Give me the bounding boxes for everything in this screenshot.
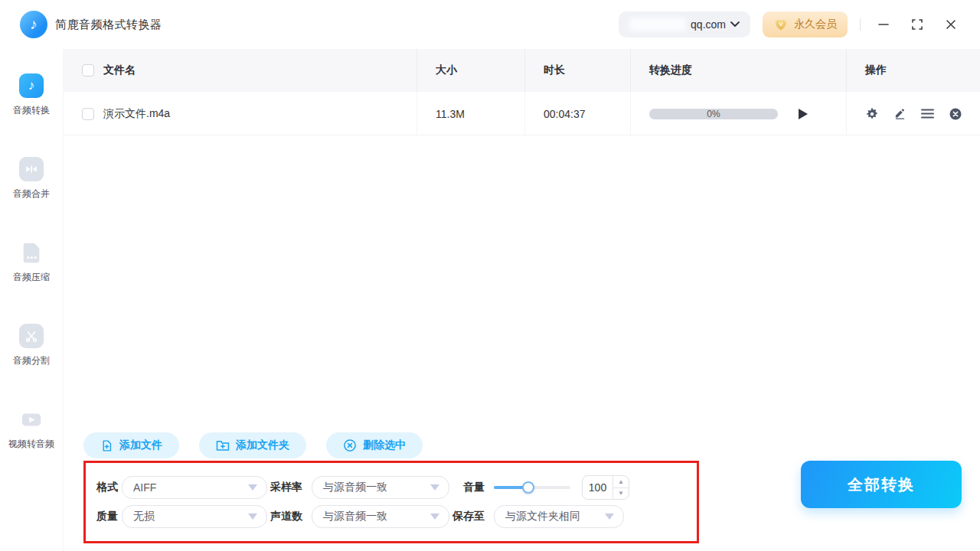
delete-circle-icon: [343, 439, 357, 452]
save-to-dropdown[interactable]: 与源文件夹相同: [494, 505, 624, 528]
close-button[interactable]: [940, 14, 962, 35]
file-size: 11.3M: [436, 108, 465, 120]
add-folder-icon: [216, 439, 230, 452]
account-dropdown[interactable]: qq.com: [619, 11, 750, 37]
compress-file-icon: [19, 240, 44, 265]
column-duration: 时长: [544, 64, 565, 77]
titlebar-divider: [860, 18, 861, 31]
sidebar-item-label: 音频合并: [13, 187, 50, 201]
merge-icon: [19, 157, 44, 181]
sample-rate-value: 与源音频一致: [323, 481, 387, 494]
channels-value: 与源音频一致: [323, 510, 387, 523]
maximize-button[interactable]: [906, 14, 928, 35]
column-filename: 文件名: [103, 64, 136, 77]
app-logo-music-icon: ♪: [20, 11, 47, 38]
progress-bar: 0%: [649, 109, 778, 119]
gear-icon: [865, 107, 879, 121]
volume-value: 100: [583, 476, 612, 499]
convert-all-button[interactable]: 全部转换: [801, 461, 962, 508]
format-label: 格式: [96, 481, 122, 494]
add-folder-label: 添加文件夹: [236, 439, 289, 452]
add-file-button[interactable]: 添加文件: [83, 432, 179, 458]
vip-gem-icon: V: [773, 17, 789, 32]
sidebar-item-audio-compress[interactable]: 音频压缩: [13, 240, 50, 284]
row-details-button[interactable]: [921, 108, 934, 119]
file-name: 演示文件.m4a: [103, 107, 170, 121]
quality-dropdown[interactable]: 无损: [122, 505, 267, 528]
progress-percent: 0%: [707, 109, 720, 119]
sidebar-item-label: 音频转换: [13, 104, 50, 117]
toolbar: 添加文件 添加文件夹 删除选中: [83, 432, 980, 458]
file-list-empty-area: [64, 135, 980, 432]
sidebar-item-label: 音频分割: [13, 354, 50, 367]
file-table-header: 文件名 大小 时长 转换进度 操作: [64, 49, 980, 92]
sidebar-item-video-to-audio[interactable]: 视频转音频: [8, 407, 54, 451]
spinner-down-button[interactable]: ▼: [613, 488, 629, 500]
column-actions: 操作: [865, 64, 887, 77]
save-to-value: 与源文件夹相同: [505, 510, 580, 523]
conversion-settings-panel-highlighted: 格式 AIFF 采样率 与源音频一致 音量: [83, 461, 699, 543]
sidebar: ♪ 音频转换 音频合并 音频压缩: [0, 49, 63, 551]
dropdown-caret-icon: [248, 484, 257, 491]
app-title: 简鹿音频格式转换器: [55, 18, 162, 32]
row-remove-button[interactable]: [949, 107, 962, 121]
channels-dropdown[interactable]: 与源音频一致: [312, 505, 449, 528]
add-folder-button[interactable]: 添加文件夹: [199, 432, 306, 458]
maximize-icon: [911, 18, 923, 31]
play-icon: [798, 108, 808, 120]
select-all-checkbox[interactable]: [82, 64, 94, 77]
dropdown-caret-icon: [605, 514, 614, 520]
quality-value: 无损: [133, 510, 155, 523]
quality-label: 质量: [96, 510, 122, 523]
format-dropdown[interactable]: AIFF: [122, 476, 267, 499]
title-bar: ♪ 简鹿音频格式转换器 qq.com V 永久会员: [0, 0, 980, 49]
sample-rate-dropdown[interactable]: 与源音频一致: [312, 476, 449, 499]
close-circle-icon: [949, 107, 962, 121]
file-duration: 00:04:37: [544, 108, 586, 120]
delete-selected-label: 删除选中: [363, 439, 406, 452]
sidebar-item-audio-split[interactable]: 音频分割: [13, 324, 50, 367]
add-file-icon: [100, 439, 113, 452]
sidebar-item-label: 视频转音频: [8, 438, 54, 451]
sidebar-item-label: 音频压缩: [13, 271, 50, 284]
vip-badge[interactable]: V 永久会员: [763, 11, 848, 37]
dropdown-caret-icon: [430, 484, 439, 491]
hamburger-icon: [921, 108, 934, 119]
scissors-icon: [19, 324, 44, 348]
table-row: 演示文件.m4a 11.3M 00:04:37 0%: [64, 92, 980, 135]
video-camera-icon: [19, 407, 44, 432]
minimize-button[interactable]: [873, 14, 894, 35]
minimize-icon: [877, 18, 890, 31]
add-file-label: 添加文件: [119, 439, 162, 452]
row-edit-button[interactable]: [893, 107, 906, 120]
play-button[interactable]: [798, 108, 808, 120]
music-note-icon: ♪: [19, 73, 44, 98]
slider-thumb[interactable]: [522, 481, 534, 494]
volume-label: 音量: [449, 481, 494, 494]
account-email-domain: qq.com: [691, 18, 726, 31]
pencil-icon: [893, 107, 906, 120]
dropdown-caret-icon: [248, 514, 257, 520]
format-value: AIFF: [133, 481, 156, 494]
save-to-label: 保存至: [449, 510, 494, 523]
delete-selected-button[interactable]: 删除选中: [326, 432, 423, 458]
spinner-up-button[interactable]: ▲: [613, 476, 629, 488]
volume-spinner[interactable]: 100 ▲ ▼: [582, 475, 629, 500]
close-icon: [945, 18, 957, 31]
sidebar-item-audio-convert[interactable]: ♪ 音频转换: [13, 73, 50, 117]
volume-slider[interactable]: [494, 481, 570, 494]
row-checkbox[interactable]: [82, 108, 94, 120]
chevron-down-icon: [730, 21, 740, 28]
vip-label: 永久会员: [794, 18, 837, 31]
row-settings-button[interactable]: [865, 107, 879, 121]
svg-text:V: V: [779, 21, 782, 28]
column-progress: 转换进度: [649, 64, 692, 77]
sidebar-item-audio-merge[interactable]: 音频合并: [13, 157, 50, 201]
account-email-blurred: [629, 18, 686, 31]
channels-label: 声道数: [267, 510, 312, 523]
column-size: 大小: [436, 64, 457, 77]
dropdown-caret-icon: [430, 514, 439, 520]
sample-rate-label: 采样率: [267, 481, 312, 494]
